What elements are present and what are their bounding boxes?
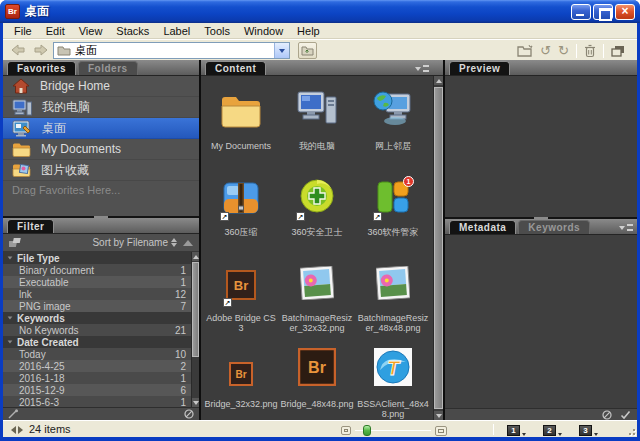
rotate-left-icon[interactable]: ↺: [540, 44, 551, 58]
content-item[interactable]: Br ↗ Adobe Bridge CS3: [203, 250, 279, 336]
content-scrollbar[interactable]: [433, 76, 443, 420]
slider-thumb[interactable]: [363, 425, 371, 436]
item-nav-arrows-icon[interactable]: [11, 426, 23, 434]
tab-folders[interactable]: Folders: [78, 61, 138, 75]
menu-file[interactable]: File: [7, 25, 39, 37]
filter-row[interactable]: 2016-1-181: [3, 372, 191, 384]
up-one-level-button[interactable]: [298, 42, 317, 59]
sort-field-selector[interactable]: [171, 238, 177, 247]
content-item[interactable]: My Documents: [203, 78, 279, 164]
apply-metadata-check-icon[interactable]: [620, 410, 631, 420]
shortcut-arrow-icon: ↗: [373, 212, 382, 221]
workspace-2-button[interactable]: 2: [543, 425, 556, 436]
menu-tools[interactable]: Tools: [197, 25, 237, 37]
content-item[interactable]: ↗ 360压缩: [203, 164, 279, 250]
menu-stacks[interactable]: Stacks: [109, 25, 156, 37]
filter-row[interactable]: Executable1: [3, 276, 191, 288]
minimize-button[interactable]: [571, 4, 591, 20]
scroll-down-icon[interactable]: [192, 398, 199, 407]
title-bar[interactable]: Br 桌面 ×: [0, 0, 640, 23]
clear-filter-icon[interactable]: [184, 409, 194, 419]
menu-view[interactable]: View: [72, 25, 110, 37]
filter-row[interactable]: Binary document1: [3, 264, 191, 276]
workspace-1-button[interactable]: 1: [507, 425, 520, 436]
menu-help[interactable]: Help: [290, 25, 327, 37]
filter-group-header[interactable]: File Type: [3, 252, 191, 264]
item-label: BatchImageResizer_48x48.png: [356, 313, 430, 333]
sidebar-item-desktop[interactable]: 桌面: [3, 118, 199, 139]
address-dropdown-button[interactable]: [274, 43, 289, 58]
larger-thumbnails-button[interactable]: [435, 426, 447, 436]
content-item[interactable]: 网上邻居: [355, 78, 431, 164]
sidebar-item-pictures[interactable]: 图片收藏: [3, 160, 199, 181]
filter-scrollbar[interactable]: [191, 252, 199, 407]
favorites-tabbar: Favorites Folders: [3, 60, 199, 76]
tab-preview[interactable]: Preview: [449, 61, 510, 75]
filter-row[interactable]: 2015-12-96: [3, 384, 191, 396]
content-item[interactable]: BatchImageResizer_48x48.png: [355, 250, 431, 336]
content-item[interactable]: BatchImageResizer_32x32.png: [279, 250, 355, 336]
scrollbar-thumb[interactable]: [192, 262, 199, 357]
compact-mode-icon[interactable]: [611, 45, 625, 57]
content-item[interactable]: Br Bridge_48x48.png: [279, 336, 355, 420]
sort-by-label[interactable]: Sort by Filename: [92, 237, 168, 248]
tab-content[interactable]: Content: [205, 61, 266, 75]
rotate-right-icon[interactable]: ↻: [558, 44, 569, 58]
filter-group-header[interactable]: Keywords: [3, 312, 191, 324]
trash-icon[interactable]: [584, 44, 596, 58]
maximize-button[interactable]: [593, 4, 613, 20]
smaller-thumbnails-button[interactable]: [341, 426, 351, 435]
filter-row[interactable]: No Keywords21: [3, 324, 191, 336]
svg-text:T: T: [387, 357, 401, 379]
content-item[interactable]: T BSSAClient_48x48.png: [355, 336, 431, 420]
sidebar-item-bridge-home[interactable]: Bridge Home: [3, 76, 199, 97]
cancel-metadata-icon[interactable]: [602, 410, 612, 420]
close-button[interactable]: ×: [615, 4, 635, 20]
item-label: Bridge_32x32.png: [204, 399, 277, 419]
workspace-1-dropdown-icon[interactable]: [522, 433, 526, 436]
forward-icon[interactable]: [33, 44, 48, 56]
sidebar-item-my-documents[interactable]: My Documents: [3, 139, 199, 160]
menu-edit[interactable]: Edit: [39, 25, 72, 37]
menu-label[interactable]: Label: [156, 25, 197, 37]
keep-filter-pin-icon[interactable]: [8, 409, 19, 419]
tab-filter[interactable]: Filter: [7, 219, 54, 233]
home-icon: [12, 78, 30, 94]
bridge-png-large-icon: Br: [298, 348, 336, 390]
sort-ascending-icon[interactable]: [183, 240, 193, 246]
new-folder-icon[interactable]: [517, 44, 533, 57]
resize-grip[interactable]: [624, 424, 636, 436]
back-icon[interactable]: [11, 44, 26, 56]
tab-favorites[interactable]: Favorites: [7, 61, 76, 75]
content-item[interactable]: 我的电脑: [279, 78, 355, 164]
content-grid-area: My Documents: [201, 76, 443, 420]
filter-row[interactable]: PNG image7: [3, 300, 191, 312]
workspace-3-button[interactable]: 3: [579, 425, 592, 436]
main-area: Favorites Folders Bridge Home: [3, 60, 637, 420]
thumbnail-size-slider[interactable]: [355, 430, 431, 431]
workspace-3-dropdown-icon[interactable]: [594, 433, 598, 436]
panel-menu-icon[interactable]: [415, 64, 429, 73]
content-item[interactable]: ↗ 360安全卫士: [279, 164, 355, 250]
flatten-filter-icon[interactable]: [9, 237, 22, 248]
scroll-up-icon[interactable]: [192, 252, 199, 261]
panel-menu-icon[interactable]: [619, 223, 633, 232]
menu-window[interactable]: Window: [237, 25, 290, 37]
content-item[interactable]: 1 ↗ 360软件管家: [355, 164, 431, 250]
scroll-down-icon[interactable]: [434, 411, 443, 420]
notification-badge: 1: [403, 176, 414, 187]
window-title: 桌面: [25, 3, 571, 20]
content-item[interactable]: Br Bridge_32x32.png: [203, 336, 279, 420]
tab-keywords[interactable]: Keywords: [518, 220, 590, 234]
sidebar-item-my-computer[interactable]: 我的电脑: [3, 97, 199, 118]
address-combobox[interactable]: 桌面: [53, 42, 290, 59]
tab-metadata[interactable]: Metadata: [449, 220, 516, 234]
filter-row[interactable]: lnk12: [3, 288, 191, 300]
scrollbar-thumb[interactable]: [434, 87, 443, 409]
bssa-client-icon: T: [374, 348, 412, 390]
filter-row[interactable]: Today10: [3, 348, 191, 360]
workspace-2-dropdown-icon[interactable]: [558, 433, 562, 436]
filter-group-header[interactable]: Date Created: [3, 336, 191, 348]
scroll-up-icon[interactable]: [434, 76, 443, 85]
filter-row[interactable]: 2016-4-252: [3, 360, 191, 372]
